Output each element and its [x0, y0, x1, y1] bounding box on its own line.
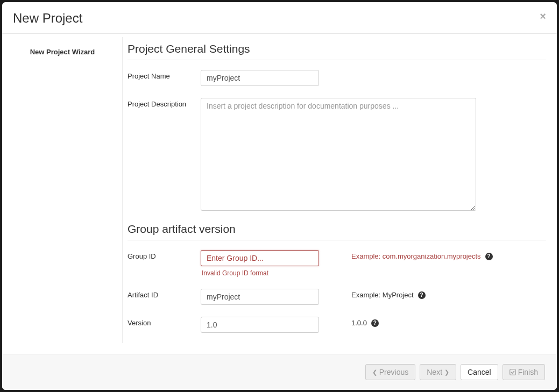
group-id-example-text: Example: com.myorganization.myprojects: [351, 252, 481, 260]
finish-button[interactable]: Finish: [503, 364, 545, 380]
wizard-content: Project General Settings Project Name Pr…: [123, 34, 557, 354]
artifact-id-example-text: Example: MyProject: [351, 291, 414, 299]
previous-label: Previous: [379, 368, 408, 376]
group-id-input-wrap: Invalid Group ID format: [201, 250, 319, 277]
new-project-modal: New Project × New Project Wizard Project…: [2, 2, 557, 390]
version-example: 1.0.0 ?: [319, 317, 546, 327]
label-project-description: Project Description: [128, 98, 201, 108]
project-description-textarea[interactable]: [201, 98, 476, 211]
group-id-example: Example: com.myorganization.myprojects ?: [319, 250, 546, 260]
help-icon[interactable]: ?: [485, 253, 493, 260]
modal-title: New Project: [13, 11, 82, 26]
group-id-error: Invalid Group ID format: [202, 269, 319, 277]
version-example-text: 1.0.0: [351, 319, 367, 327]
svg-rect-0: [510, 369, 515, 375]
row-version: Version 1.0.0 ?: [128, 317, 546, 333]
help-icon[interactable]: ?: [418, 291, 426, 299]
finish-label: Finish: [518, 368, 538, 376]
previous-button[interactable]: ❮ Previous: [365, 364, 415, 380]
close-icon[interactable]: ×: [540, 11, 546, 22]
label-artifact-id: Artifact ID: [128, 289, 201, 299]
help-icon[interactable]: ?: [371, 319, 379, 327]
section-title-gav: Group artifact version: [128, 223, 546, 240]
gav-section: Group artifact version Group ID Invalid …: [128, 223, 546, 333]
artifact-id-input[interactable]: [201, 289, 319, 305]
modal-body: New Project Wizard Project General Setti…: [2, 34, 557, 354]
modal-footer: ❮ Previous Next ❯ Cancel Finish: [2, 354, 557, 390]
chevron-left-icon: ❮: [372, 369, 377, 376]
check-icon: [510, 369, 516, 375]
row-group-id: Group ID Invalid Group ID format Example…: [128, 250, 546, 277]
row-project-name: Project Name: [128, 70, 546, 86]
label-group-id: Group ID: [128, 250, 201, 260]
row-artifact-id: Artifact ID Example: MyProject ?: [128, 289, 546, 305]
next-label: Next: [427, 368, 442, 376]
sidebar-item-new-project-wizard[interactable]: New Project Wizard: [2, 48, 123, 56]
chevron-right-icon: ❯: [444, 369, 449, 376]
group-id-input[interactable]: [201, 250, 319, 266]
artifact-id-example: Example: MyProject ?: [319, 289, 546, 299]
cancel-button[interactable]: Cancel: [461, 364, 498, 380]
modal-header: New Project ×: [2, 2, 557, 34]
label-version: Version: [128, 317, 201, 327]
label-project-name: Project Name: [128, 70, 201, 80]
row-project-description: Project Description: [128, 98, 546, 211]
wizard-sidebar: New Project Wizard: [2, 37, 123, 343]
next-button[interactable]: Next ❯: [420, 364, 456, 380]
version-input[interactable]: [201, 317, 319, 333]
section-title-general: Project General Settings: [128, 42, 546, 60]
project-name-input[interactable]: [201, 70, 319, 86]
